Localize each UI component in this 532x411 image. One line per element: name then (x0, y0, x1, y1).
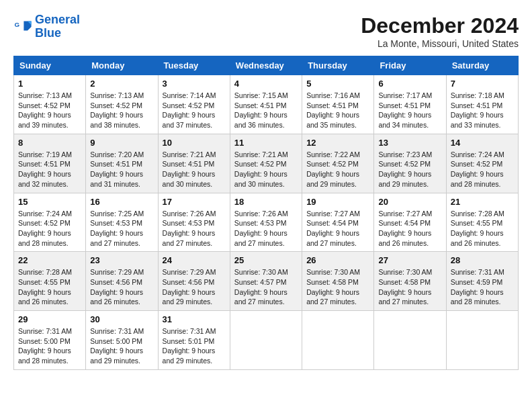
calendar-cell: 26Sunrise: 7:30 AMSunset: 4:58 PMDayligh… (302, 252, 374, 311)
calendar-cell (446, 311, 518, 370)
cell-info: Sunrise: 7:27 AMSunset: 4:54 PMDaylight:… (378, 209, 441, 248)
calendar-cell: 12Sunrise: 7:22 AMSunset: 4:52 PMDayligh… (302, 134, 374, 193)
week-row-2: 8Sunrise: 7:19 AMSunset: 4:51 PMDaylight… (14, 134, 519, 193)
calendar-cell: 20Sunrise: 7:27 AMSunset: 4:54 PMDayligh… (374, 193, 446, 252)
cell-day-number: 30 (90, 314, 153, 324)
day-header-wednesday: Wednesday (230, 56, 302, 75)
calendar-cell: 23Sunrise: 7:29 AMSunset: 4:56 PMDayligh… (86, 252, 158, 311)
calendar-cell: 4Sunrise: 7:15 AMSunset: 4:51 PMDaylight… (230, 75, 302, 134)
calendar-cell: 29Sunrise: 7:31 AMSunset: 5:00 PMDayligh… (14, 311, 86, 370)
cell-info: Sunrise: 7:27 AMSunset: 4:54 PMDaylight:… (306, 209, 369, 248)
cell-day-number: 26 (306, 255, 369, 265)
cell-day-number: 3 (163, 79, 226, 89)
cell-day-number: 9 (90, 138, 153, 148)
calendar-cell: 13Sunrise: 7:23 AMSunset: 4:52 PMDayligh… (374, 134, 446, 193)
calendar-cell: 3Sunrise: 7:14 AMSunset: 4:52 PMDaylight… (158, 75, 230, 134)
cell-day-number: 1 (18, 79, 81, 89)
cell-day-number: 11 (234, 138, 298, 148)
cell-info: Sunrise: 7:31 AMSunset: 5:00 PMDaylight:… (18, 326, 81, 366)
cell-info: Sunrise: 7:24 AMSunset: 4:52 PMDaylight:… (451, 150, 514, 189)
cell-info: Sunrise: 7:31 AMSunset: 5:00 PMDaylight:… (90, 326, 153, 366)
cell-info: Sunrise: 7:31 AMSunset: 4:59 PMDaylight:… (451, 267, 514, 307)
cell-day-number: 14 (451, 138, 514, 148)
calendar-cell: 19Sunrise: 7:27 AMSunset: 4:54 PMDayligh… (302, 193, 374, 252)
day-header-thursday: Thursday (302, 56, 374, 75)
day-header-monday: Monday (86, 56, 158, 75)
cell-info: Sunrise: 7:26 AMSunset: 4:53 PMDaylight:… (234, 209, 298, 248)
cell-info: Sunrise: 7:31 AMSunset: 5:01 PMDaylight:… (163, 326, 226, 366)
cell-day-number: 29 (18, 314, 81, 324)
cell-info: Sunrise: 7:19 AMSunset: 4:51 PMDaylight:… (18, 150, 81, 189)
cell-info: Sunrise: 7:17 AMSunset: 4:51 PMDaylight:… (378, 91, 441, 130)
calendar-cell: 5Sunrise: 7:16 AMSunset: 4:51 PMDaylight… (302, 75, 374, 134)
calendar-cell: 7Sunrise: 7:18 AMSunset: 4:51 PMDaylight… (446, 75, 518, 134)
cell-day-number: 18 (234, 197, 298, 207)
cell-info: Sunrise: 7:21 AMSunset: 4:52 PMDaylight:… (234, 150, 298, 189)
cell-day-number: 12 (306, 138, 369, 148)
cell-info: Sunrise: 7:28 AMSunset: 4:55 PMDaylight:… (18, 267, 81, 307)
cell-day-number: 27 (378, 255, 441, 265)
calendar-cell: 9Sunrise: 7:20 AMSunset: 4:51 PMDaylight… (86, 134, 158, 193)
calendar-cell: 2Sunrise: 7:13 AMSunset: 4:52 PMDaylight… (86, 75, 158, 134)
calendar-cell: 16Sunrise: 7:25 AMSunset: 4:53 PMDayligh… (86, 193, 158, 252)
cell-info: Sunrise: 7:30 AMSunset: 4:58 PMDaylight:… (306, 267, 369, 307)
calendar-cell: 21Sunrise: 7:28 AMSunset: 4:55 PMDayligh… (446, 193, 518, 252)
cell-info: Sunrise: 7:24 AMSunset: 4:52 PMDaylight:… (18, 209, 81, 248)
location-title: La Monte, Missouri, United States (361, 38, 519, 49)
svg-text:G: G (14, 21, 19, 28)
calendar-cell: 22Sunrise: 7:28 AMSunset: 4:55 PMDayligh… (14, 252, 86, 311)
calendar-cell: 10Sunrise: 7:21 AMSunset: 4:51 PMDayligh… (158, 134, 230, 193)
cell-day-number: 31 (163, 314, 226, 324)
header: G General Blue December 2024 La Monte, M… (13, 13, 519, 49)
cell-info: Sunrise: 7:23 AMSunset: 4:52 PMDaylight:… (378, 150, 441, 189)
cell-day-number: 7 (451, 79, 514, 89)
cell-info: Sunrise: 7:13 AMSunset: 4:52 PMDaylight:… (18, 91, 81, 130)
cell-day-number: 5 (306, 79, 369, 89)
calendar-cell: 1Sunrise: 7:13 AMSunset: 4:52 PMDaylight… (14, 75, 86, 134)
calendar-table: SundayMondayTuesdayWednesdayThursdayFrid… (13, 56, 519, 370)
cell-day-number: 25 (234, 255, 298, 265)
cell-day-number: 23 (90, 255, 153, 265)
cell-info: Sunrise: 7:18 AMSunset: 4:51 PMDaylight:… (451, 91, 514, 130)
cell-day-number: 17 (163, 197, 226, 207)
calendar-cell (374, 311, 446, 370)
cell-day-number: 16 (90, 197, 153, 207)
calendar-cell: 14Sunrise: 7:24 AMSunset: 4:52 PMDayligh… (446, 134, 518, 193)
calendar-cell: 24Sunrise: 7:29 AMSunset: 4:56 PMDayligh… (158, 252, 230, 311)
week-row-3: 15Sunrise: 7:24 AMSunset: 4:52 PMDayligh… (14, 193, 519, 252)
calendar-cell: 18Sunrise: 7:26 AMSunset: 4:53 PMDayligh… (230, 193, 302, 252)
calendar-cell (302, 311, 374, 370)
days-header-row: SundayMondayTuesdayWednesdayThursdayFrid… (14, 56, 519, 75)
cell-info: Sunrise: 7:22 AMSunset: 4:52 PMDaylight:… (306, 150, 369, 189)
cell-info: Sunrise: 7:20 AMSunset: 4:51 PMDaylight:… (90, 150, 153, 189)
cell-day-number: 4 (234, 79, 298, 89)
calendar-cell: 27Sunrise: 7:30 AMSunset: 4:58 PMDayligh… (374, 252, 446, 311)
logo: G General Blue (13, 13, 80, 40)
cell-info: Sunrise: 7:25 AMSunset: 4:53 PMDaylight:… (90, 209, 153, 248)
cell-info: Sunrise: 7:15 AMSunset: 4:51 PMDaylight:… (234, 91, 298, 130)
cell-day-number: 24 (163, 255, 226, 265)
cell-info: Sunrise: 7:30 AMSunset: 4:58 PMDaylight:… (378, 267, 441, 307)
calendar-cell: 6Sunrise: 7:17 AMSunset: 4:51 PMDaylight… (374, 75, 446, 134)
cell-day-number: 6 (378, 79, 441, 89)
day-header-tuesday: Tuesday (158, 56, 230, 75)
cell-day-number: 10 (163, 138, 226, 148)
calendar-cell: 28Sunrise: 7:31 AMSunset: 4:59 PMDayligh… (446, 252, 518, 311)
cell-day-number: 19 (306, 197, 369, 207)
cell-info: Sunrise: 7:16 AMSunset: 4:51 PMDaylight:… (306, 91, 369, 130)
cell-info: Sunrise: 7:26 AMSunset: 4:53 PMDaylight:… (163, 209, 226, 248)
day-header-saturday: Saturday (446, 56, 518, 75)
cell-day-number: 28 (451, 255, 514, 265)
cell-info: Sunrise: 7:13 AMSunset: 4:52 PMDaylight:… (90, 91, 153, 130)
cell-day-number: 2 (90, 79, 153, 89)
cell-day-number: 13 (378, 138, 441, 148)
cell-day-number: 20 (378, 197, 441, 207)
cell-day-number: 15 (18, 197, 81, 207)
cell-day-number: 21 (451, 197, 514, 207)
cell-info: Sunrise: 7:14 AMSunset: 4:52 PMDaylight:… (163, 91, 226, 130)
calendar-cell: 8Sunrise: 7:19 AMSunset: 4:51 PMDaylight… (14, 134, 86, 193)
calendar-cell: 17Sunrise: 7:26 AMSunset: 4:53 PMDayligh… (158, 193, 230, 252)
cell-day-number: 22 (18, 255, 81, 265)
calendar-cell: 25Sunrise: 7:30 AMSunset: 4:57 PMDayligh… (230, 252, 302, 311)
cell-info: Sunrise: 7:30 AMSunset: 4:57 PMDaylight:… (234, 267, 298, 307)
